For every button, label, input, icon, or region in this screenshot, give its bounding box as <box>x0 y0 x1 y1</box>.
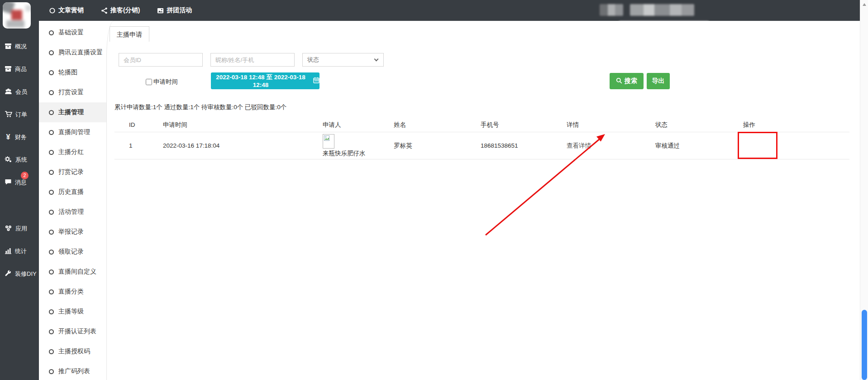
menu-item-anchor-auth-code[interactable]: 主播授权码 <box>39 342 106 361</box>
messages-badge: 2 <box>21 172 29 179</box>
sidebar-label: 统计 <box>15 247 27 255</box>
ring-icon <box>49 349 54 354</box>
menu-item-anchor-level[interactable]: 主播等级 <box>39 302 106 322</box>
menu-label: 直播分类 <box>58 288 84 296</box>
menu-label: 主播管理 <box>58 108 84 116</box>
applicant-nickname[interactable]: 来瓶快乐肥仔水 <box>323 149 394 158</box>
sidebar-item-finance[interactable]: ¥ 财务 <box>0 126 39 149</box>
status-select-value: 状态 <box>307 56 319 63</box>
date-range-button[interactable]: 2022-03-18 12:48 至 2022-03-18 12:48 <box>211 72 320 89</box>
menu-item-live-history[interactable]: 历史直播 <box>39 182 106 202</box>
menu-item-tencent-live-settings[interactable]: 腾讯云直播设置 <box>39 43 106 63</box>
menu-item-anchor-management[interactable]: 主播管理 <box>39 102 106 122</box>
user-info-blurred[interactable] <box>630 4 694 16</box>
topnav-article-marketing[interactable]: 文章营销 <box>49 6 84 14</box>
orders-icon <box>5 111 12 119</box>
menu-label: 基础设置 <box>58 29 84 37</box>
menu-item-carousel[interactable]: 轮播图 <box>39 63 106 82</box>
date-range-text: 2022-03-18 12:48 至 2022-03-18 12:48 <box>211 73 310 88</box>
ring-icon <box>49 150 54 155</box>
menu-label: 打赏设置 <box>58 88 84 96</box>
sidebar-item-system[interactable]: 系统 <box>0 149 39 171</box>
menu-item-claim-records[interactable]: 领取记录 <box>39 242 106 262</box>
cell-apply-time: 2022-03-16 17:18:04 <box>163 142 323 149</box>
ring-icon <box>49 230 54 235</box>
apply-time-label: 申请时间 <box>153 78 178 86</box>
broken-image-icon <box>323 134 334 149</box>
ring-icon <box>49 130 54 135</box>
sidebar-label: 订单 <box>15 111 27 119</box>
topnav-distribution[interactable]: 推客(分销) <box>101 6 140 14</box>
sidebar-label: 商品 <box>15 65 27 73</box>
apply-time-checkbox-row[interactable]: 申请时间 <box>146 78 178 86</box>
scroll-up-arrow-icon[interactable] <box>863 3 866 6</box>
topnav-group-activity[interactable]: 拼团活动 <box>157 6 192 14</box>
application-summary: 累计申请数量:1个 通过数量:1个 待审核数量:0个 已驳回数量:0个 <box>114 103 286 111</box>
diy-icon <box>5 270 12 279</box>
secondary-menu: 基础设置 腾讯云直播设置 轮播图 打赏设置 主播管理 直播间管理 主播分红 打赏… <box>39 21 106 380</box>
image-icon <box>157 7 164 14</box>
scrollbar-thumb[interactable] <box>862 310 867 380</box>
sidebar-item-diy[interactable]: 装修DIY <box>0 263 39 285</box>
member-id-input[interactable] <box>119 53 203 67</box>
col-detail: 详情 <box>567 121 655 129</box>
status-select[interactable]: 状态 <box>302 53 384 67</box>
sidebar-label: 应用 <box>15 225 27 233</box>
tab-anchor-application[interactable]: 主播申请 <box>110 26 149 42</box>
ring-icon <box>49 269 54 274</box>
menu-item-reward-settings[interactable]: 打赏设置 <box>39 82 106 102</box>
table-header-row: ID 申请时间 申请人 姓名 手机号 详情 状态 操作 <box>114 118 849 132</box>
menu-item-activity-management[interactable]: 活动管理 <box>39 202 106 222</box>
col-phone: 手机号 <box>481 121 567 129</box>
finance-icon: ¥ <box>5 133 12 141</box>
primary-sidebar: 概况 商品 会员 订单 ¥ 财务 系统 消息 2 应用 统计 装修DIY <box>0 21 39 380</box>
sidebar-spacer <box>0 194 39 217</box>
view-detail-link[interactable]: 查看详情 <box>567 142 655 150</box>
menu-item-liveroom-management[interactable]: 直播间管理 <box>39 122 106 142</box>
export-button-label: 导出 <box>652 77 665 85</box>
menu-label: 开播认证列表 <box>58 327 96 336</box>
menu-item-report-records[interactable]: 举报记录 <box>39 222 106 242</box>
cell-phone: 18681538651 <box>481 142 567 149</box>
menu-item-reward-records[interactable]: 打赏记录 <box>39 162 106 182</box>
search-button[interactable]: 搜索 <box>610 73 644 89</box>
export-button[interactable]: 导出 <box>647 73 670 89</box>
sidebar-item-orders[interactable]: 订单 <box>0 103 39 126</box>
top-navigation: 文章营销 推客(分销) 拼团活动 <box>49 0 192 21</box>
ring-icon <box>49 369 54 374</box>
menu-item-broadcast-cert-list[interactable]: 开播认证列表 <box>39 322 106 342</box>
menu-label: 举报记录 <box>58 228 84 236</box>
menu-item-liveroom-custom[interactable]: 直播间自定义 <box>39 262 106 282</box>
nickname-input[interactable] <box>210 53 295 67</box>
sidebar-item-overview[interactable]: 概况 <box>0 35 39 58</box>
sidebar-item-messages[interactable]: 消息 2 <box>0 171 39 194</box>
ring-icon <box>49 30 54 35</box>
page-scrollbar[interactable] <box>860 0 868 380</box>
menu-item-live-category[interactable]: 直播分类 <box>39 282 106 302</box>
sidebar-item-members[interactable]: 会员 <box>0 81 39 103</box>
sidebar-item-goods[interactable]: 商品 <box>0 58 39 81</box>
menu-item-promo-code-list[interactable]: 推广码列表 <box>39 361 106 380</box>
top-bar: 文章营销 推客(分销) 拼团活动 <box>0 0 860 21</box>
menu-label: 主播授权码 <box>58 347 90 356</box>
menu-label: 直播间自定义 <box>58 268 96 276</box>
logo-image-blurred <box>3 2 31 29</box>
annotation-rectangle <box>738 132 777 159</box>
menu-item-anchor-dividend[interactable]: 主播分红 <box>39 142 106 162</box>
sidebar-label: 系统 <box>15 156 27 164</box>
user-avatar-blurred[interactable] <box>600 4 623 16</box>
search-button-label: 搜索 <box>625 77 637 85</box>
cell-id: 1 <box>114 142 163 149</box>
topnav-label: 推客(分销) <box>110 6 140 14</box>
site-logo[interactable] <box>3 2 31 29</box>
sidebar-label: 装修DIY <box>15 270 37 278</box>
menu-label: 打赏记录 <box>58 168 84 176</box>
menu-item-basic-settings[interactable]: 基础设置 <box>39 23 106 43</box>
sidebar-item-apps[interactable]: 应用 <box>0 217 39 240</box>
menu-label: 直播间管理 <box>58 128 90 136</box>
share-icon <box>101 7 108 14</box>
apply-time-checkbox[interactable] <box>146 79 152 85</box>
sidebar-item-stats[interactable]: 统计 <box>0 240 39 263</box>
col-id: ID <box>114 121 163 128</box>
ring-icon <box>49 309 54 314</box>
